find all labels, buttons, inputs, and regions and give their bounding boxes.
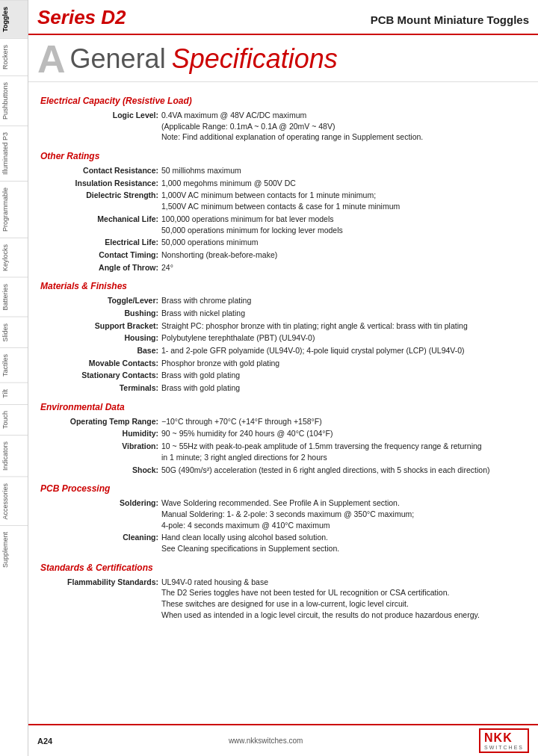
pcb-processing-table: Soldering: Wave Soldering recommended. S… [40, 497, 526, 554]
sidebar-item-accessories[interactable]: Accessories [0, 477, 28, 526]
spec-value: 0.4VA maximum @ 48V AC/DC maximum (Appli… [160, 109, 526, 143]
table-row: Support Bracket: Straight PC: phosphor b… [40, 320, 526, 332]
nkk-switches-subtext: SWITCHES [484, 745, 524, 750]
materials-finishes-heading: Materials & Finishes [40, 281, 526, 291]
table-row: Bushing: Brass with nickel plating [40, 307, 526, 320]
spec-label: Electrical Life: [40, 236, 160, 249]
footer-logo: NKK SWITCHES [479, 728, 529, 753]
spec-label: Support Bracket: [40, 320, 160, 332]
sidebar-item-rockers[interactable]: Rockers [0, 38, 28, 75]
table-row: Insulation Resistance: 1,000 megohms min… [40, 177, 526, 190]
spec-label: Contact Timing: [40, 249, 160, 261]
section-letter: A [37, 40, 66, 78]
table-row: Shock: 50G (490m/s²) acceleration (teste… [40, 464, 526, 477]
spec-label: Logic Level: [40, 109, 160, 143]
spec-value: Wave Soldering recommended. See Profile … [160, 497, 526, 531]
page-footer: A24 www.nkkswitches.com NKK SWITCHES [28, 724, 538, 756]
spec-label: Angle of Throw: [40, 261, 160, 274]
spec-value: Phosphor bronze with gold plating [160, 357, 526, 370]
table-row: Angle of Throw: 24° [40, 261, 526, 274]
sidebar-item-illuminated[interactable]: Illuminated P3 [0, 126, 28, 181]
spec-label: Housing: [40, 332, 160, 344]
spec-label: Insulation Resistance: [40, 177, 160, 190]
sidebar: Toggles Rockers Pushbuttons Illuminated … [0, 0, 28, 756]
table-row: Contact Resistance: 50 milliohms maximum [40, 164, 526, 177]
other-ratings-heading: Other Ratings [40, 151, 526, 161]
spec-label: Contact Resistance: [40, 164, 160, 177]
big-title-section: A General Specifications [28, 35, 538, 82]
spec-label: Stationary Contacts: [40, 369, 160, 382]
spec-label: Vibration: [40, 440, 160, 463]
spec-label: Toggle/Lever: [40, 294, 160, 307]
nkk-logo-text: NKK [484, 731, 513, 744]
table-row: Operating Temp Range: −10°C through +70°… [40, 415, 526, 428]
spec-value: Nonshorting (break-before-make) [160, 249, 526, 261]
spec-value: 1,000 megohms minimum @ 500V DC [160, 177, 526, 190]
spec-value: Brass with gold plating [160, 369, 526, 382]
electrical-capacity-table: Logic Level: 0.4VA maximum @ 48V AC/DC m… [40, 109, 526, 143]
pcb-processing-heading: PCB Processing [40, 483, 526, 494]
spec-value: Hand clean locally using alcohol based s… [160, 531, 526, 554]
table-row: Toggle/Lever: Brass with chrome plating [40, 294, 526, 307]
sidebar-item-toggles[interactable]: Toggles [0, 0, 28, 38]
table-row: Contact Timing: Nonshorting (break-befor… [40, 249, 526, 261]
sidebar-item-slides[interactable]: Slides [0, 317, 28, 348]
header-subtitle: PCB Mount Miniature Toggles [371, 13, 529, 26]
spec-value: UL94V-0 rated housing & base The D2 Seri… [160, 576, 526, 622]
spec-value: 90 ~ 95% humidity for 240 hours @ 40°C (… [160, 427, 526, 440]
sidebar-item-programmable[interactable]: Programmable [0, 181, 28, 238]
sidebar-item-touch[interactable]: Touch [0, 404, 28, 435]
spec-value: 100,000 operations minimum for bat lever… [160, 213, 526, 236]
standards-certifications-heading: Standards & Certifications [40, 563, 526, 573]
sidebar-item-batteries[interactable]: Batteries [0, 277, 28, 317]
table-row: Terminals: Brass with gold plating [40, 382, 526, 394]
spec-value: Brass with chrome plating [160, 294, 526, 307]
environmental-data-table: Operating Temp Range: −10°C through +70°… [40, 415, 526, 476]
table-row: Stationary Contacts: Brass with gold pla… [40, 369, 526, 382]
table-row: Flammability Standards: UL94V-0 rated ho… [40, 576, 526, 622]
spec-value: Brass with gold plating [160, 382, 526, 394]
spec-value: 1,000V AC minimum between contacts for 1… [160, 189, 526, 212]
spec-label: Cleaning: [40, 531, 160, 554]
sidebar-item-pushbuttons[interactable]: Pushbuttons [0, 75, 28, 126]
footer-page-number: A24 [37, 737, 52, 746]
standards-certifications-table: Flammability Standards: UL94V-0 rated ho… [40, 576, 526, 622]
table-row: Dielectric Strength: 1,000V AC minimum b… [40, 189, 526, 212]
sidebar-item-indicators[interactable]: Indicators [0, 435, 28, 477]
spec-label: Operating Temp Range: [40, 415, 160, 428]
content-body: Electrical Capacity (Resistive Load) Log… [28, 82, 538, 630]
sidebar-item-keylocks[interactable]: Keylocks [0, 238, 28, 277]
sidebar-item-tactiles[interactable]: Tactiles [0, 347, 28, 382]
spec-value: Polybutylene terephthalate (PBT) (UL94V-… [160, 332, 526, 344]
spec-label: Soldering: [40, 497, 160, 531]
big-title-text: General Specifications [70, 43, 338, 75]
table-row: Humidity: 90 ~ 95% humidity for 240 hour… [40, 427, 526, 440]
spec-label: Dielectric Strength: [40, 189, 160, 212]
sidebar-item-supplement[interactable]: Supplement [0, 525, 28, 574]
spec-label: Flammability Standards: [40, 576, 160, 622]
spec-label: Mechanical Life: [40, 213, 160, 236]
spec-label: Bushing: [40, 307, 160, 320]
spec-label: Base: [40, 344, 160, 357]
table-row: Housing: Polybutylene terephthalate (PBT… [40, 332, 526, 344]
spec-value: 50 milliohms maximum [160, 164, 526, 177]
table-row: Vibration: 10 ~ 55Hz with peak-to-peak a… [40, 440, 526, 463]
table-row: Base: 1- and 2-pole GFR polyamide (UL94V… [40, 344, 526, 357]
spec-value: Brass with nickel plating [160, 307, 526, 320]
spec-label: Terminals: [40, 382, 160, 394]
table-row: Mechanical Life: 100,000 operations mini… [40, 213, 526, 236]
table-row: Electrical Life: 50,000 operations minim… [40, 236, 526, 249]
table-row: Soldering: Wave Soldering recommended. S… [40, 497, 526, 531]
main-content: Series D2 PCB Mount Miniature Toggles A … [28, 0, 538, 630]
spec-value: 50G (490m/s²) acceleration (tested in 6 … [160, 464, 526, 477]
spec-value: −10°C through +70°C (+14°F through +158°… [160, 415, 526, 428]
sidebar-item-tilt[interactable]: Tilt [0, 382, 28, 404]
series-title: Series D2 [37, 6, 126, 29]
other-ratings-table: Contact Resistance: 50 milliohms maximum… [40, 164, 526, 273]
environmental-data-heading: Environmental Data [40, 402, 526, 412]
spec-value: 1- and 2-pole GFR polyamide (UL94V-0); 4… [160, 344, 526, 357]
electrical-capacity-heading: Electrical Capacity (Resistive Load) [40, 96, 526, 106]
spec-label: Movable Contacts: [40, 357, 160, 370]
page-header: Series D2 PCB Mount Miniature Toggles [28, 0, 538, 35]
spec-value: 50,000 operations minimum [160, 236, 526, 249]
